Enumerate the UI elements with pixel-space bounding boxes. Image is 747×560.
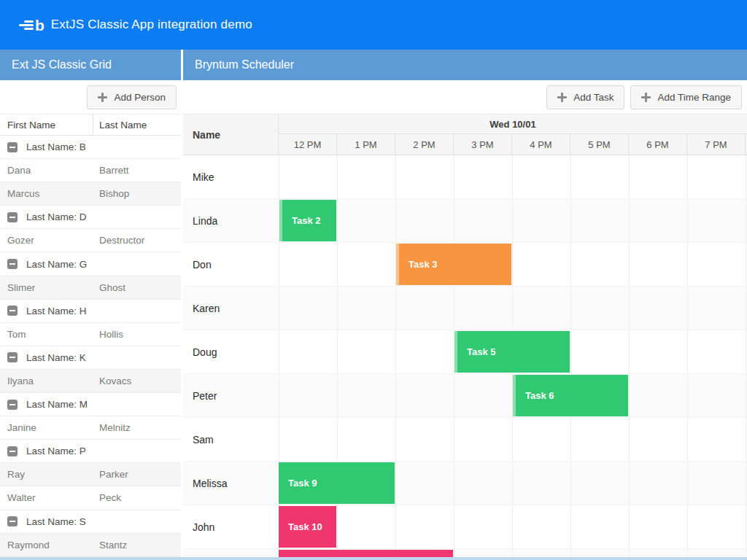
add-person-button[interactable]: Add Person bbox=[87, 85, 177, 109]
grid-body: Last Name: BDanaBarrettMarcusBishopLast … bbox=[0, 136, 181, 557]
event-bar[interactable]: Task 9 bbox=[279, 462, 395, 504]
add-time-range-button[interactable]: Add Time Range bbox=[630, 85, 742, 109]
column-header-first-name[interactable]: First Name bbox=[0, 114, 93, 135]
group-row[interactable]: Last Name: G bbox=[0, 252, 181, 276]
group-row[interactable]: Last Name: B bbox=[0, 136, 181, 159]
collapse-minus-icon[interactable] bbox=[7, 352, 18, 362]
event-label: Task 6 bbox=[525, 390, 554, 401]
person-row[interactable]: RaymondStantz bbox=[0, 534, 181, 557]
group-row[interactable]: Last Name: K bbox=[0, 346, 181, 370]
person-last-name: Ghost bbox=[93, 282, 181, 293]
scheduler-name-column-header[interactable]: Name bbox=[183, 114, 279, 155]
bryntum-logo-icon bbox=[19, 20, 34, 30]
plus-icon bbox=[641, 93, 651, 102]
hour-header-cell[interactable]: 3 PM bbox=[454, 134, 512, 155]
app-window: b ExtJS Classic App integration demo Ext… bbox=[0, 0, 747, 560]
group-row[interactable]: Last Name: H bbox=[0, 300, 181, 323]
schedule-lane[interactable]: Task 6 bbox=[279, 374, 747, 417]
resource-name: Doug bbox=[183, 330, 279, 373]
schedule-lane[interactable] bbox=[279, 549, 747, 557]
hour-header-cell[interactable]: 7 PM bbox=[687, 134, 746, 155]
schedule-lane[interactable]: Task 10 bbox=[279, 505, 747, 548]
scheduler-row: Sam bbox=[183, 418, 747, 462]
scheduler-row: Mike bbox=[183, 155, 747, 199]
bottom-edge bbox=[0, 557, 747, 560]
person-row[interactable]: GozerDestructor bbox=[0, 229, 181, 252]
group-label: Last Name: S bbox=[26, 516, 86, 527]
hour-header-cell[interactable]: 4 PM bbox=[512, 134, 570, 155]
event-label: Task 2 bbox=[292, 215, 321, 226]
hour-header-cell[interactable]: 12 PM bbox=[279, 134, 337, 155]
grid-toolbar: Add Person bbox=[0, 80, 181, 114]
bryntum-logo-b: b bbox=[35, 18, 44, 33]
collapse-minus-icon[interactable] bbox=[7, 446, 18, 456]
collapse-minus-icon[interactable] bbox=[7, 516, 18, 526]
event-bar[interactable] bbox=[279, 550, 453, 557]
hour-header-cell[interactable]: 1 PM bbox=[337, 134, 395, 155]
collapse-minus-icon[interactable] bbox=[7, 212, 18, 222]
group-row[interactable]: Last Name: P bbox=[0, 440, 181, 463]
schedule-lane[interactable]: Task 9 bbox=[279, 462, 747, 505]
scheduler-row: MelissaTask 9 bbox=[183, 462, 747, 505]
group-label: Last Name: P bbox=[26, 446, 86, 456]
schedule-lane[interactable]: Task 5 bbox=[279, 330, 747, 373]
person-first-name: Ray bbox=[0, 469, 93, 480]
event-bar[interactable]: Task 10 bbox=[279, 506, 336, 548]
person-first-name: Ilyana bbox=[0, 376, 93, 386]
collapse-minus-icon[interactable] bbox=[7, 400, 18, 410]
collapse-minus-icon[interactable] bbox=[7, 142, 18, 152]
scheduler-row: DonTask 3 bbox=[183, 243, 747, 287]
resource-name: Peter bbox=[183, 374, 279, 417]
collapse-minus-icon[interactable] bbox=[7, 259, 18, 269]
person-first-name: Tom bbox=[0, 329, 93, 340]
group-row[interactable]: Last Name: D bbox=[0, 206, 181, 229]
add-task-button[interactable]: Add Task bbox=[546, 85, 624, 109]
scheduler-toolbar: Add Task Add Time Range bbox=[183, 80, 747, 114]
scheduler-body: MikeLindaTask 2DonTask 3KarenDougTask 5P… bbox=[183, 155, 747, 557]
plus-icon bbox=[98, 93, 107, 102]
person-row[interactable]: DanaBarrett bbox=[0, 159, 181, 182]
group-label: Last Name: M bbox=[26, 399, 88, 410]
person-last-name: Stantz bbox=[93, 540, 181, 551]
event-bar[interactable]: Task 3 bbox=[396, 244, 511, 285]
person-row[interactable]: WalterPeck bbox=[0, 486, 181, 510]
hour-header-cell[interactable]: 5 PM bbox=[570, 134, 629, 155]
hour-header-cell[interactable]: 6 PM bbox=[629, 134, 687, 155]
scheduler-header: Name Wed 10/01 12 PM1 PM2 PM3 PM4 PM5 PM… bbox=[183, 114, 747, 155]
event-bar[interactable]: Task 5 bbox=[454, 331, 570, 373]
schedule-lane[interactable]: Task 2 bbox=[279, 199, 747, 242]
person-row[interactable]: JanineMelnitz bbox=[0, 416, 181, 440]
event-bar[interactable]: Task 2 bbox=[279, 200, 336, 241]
person-first-name: Raymond bbox=[0, 540, 93, 551]
event-label: Task 5 bbox=[467, 346, 496, 357]
person-first-name: Marcus bbox=[0, 188, 93, 199]
schedule-lane[interactable] bbox=[279, 287, 747, 330]
person-first-name: Walter bbox=[0, 492, 93, 503]
scheduler-day-header[interactable]: Wed 10/01 bbox=[279, 114, 747, 134]
schedule-lane[interactable]: Task 3 bbox=[279, 243, 747, 286]
resource-name: Linda bbox=[183, 199, 279, 242]
column-header-last-name[interactable]: Last Name bbox=[93, 114, 181, 135]
person-row[interactable]: RayParker bbox=[0, 463, 181, 486]
person-row[interactable]: MarcusBishop bbox=[0, 182, 181, 206]
resource-name: Sam bbox=[183, 418, 279, 461]
person-row[interactable]: TomHollis bbox=[0, 323, 181, 346]
resource-name: Karen bbox=[183, 287, 279, 330]
person-row[interactable]: SlimerGhost bbox=[0, 276, 181, 300]
group-row[interactable]: Last Name: S bbox=[0, 510, 181, 534]
scheduler-row: DougTask 5 bbox=[183, 330, 747, 374]
person-last-name: Kovacs bbox=[93, 376, 181, 386]
hour-header-cell[interactable]: 2 PM bbox=[395, 134, 454, 155]
person-last-name: Destructor bbox=[93, 235, 181, 246]
schedule-lane[interactable] bbox=[279, 418, 747, 461]
schedule-lane[interactable] bbox=[279, 155, 747, 198]
group-row[interactable]: Last Name: M bbox=[0, 393, 181, 416]
person-row[interactable]: IlyanaKovacs bbox=[0, 370, 181, 393]
event-label: Task 3 bbox=[409, 259, 438, 270]
collapse-minus-icon[interactable] bbox=[7, 306, 18, 316]
person-last-name: Parker bbox=[93, 469, 181, 480]
event-bar[interactable]: Task 6 bbox=[513, 375, 628, 416]
person-last-name: Melnitz bbox=[93, 422, 181, 433]
person-last-name: Barrett bbox=[93, 165, 181, 176]
group-label: Last Name: H bbox=[26, 306, 87, 316]
